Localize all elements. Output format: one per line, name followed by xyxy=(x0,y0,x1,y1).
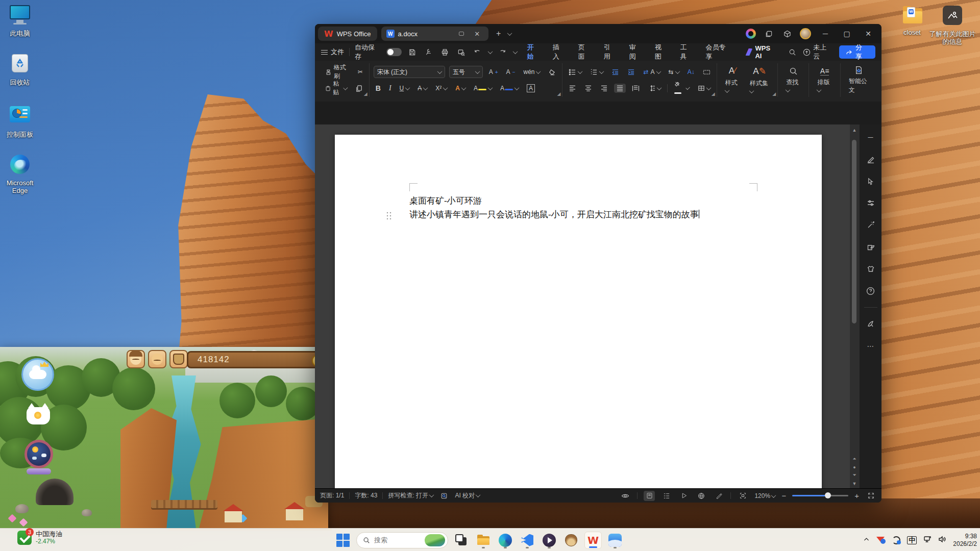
ai-assistant-icon[interactable] xyxy=(746,29,756,39)
paragraph-drag-handle[interactable] xyxy=(386,211,392,219)
styles-launcher-icon[interactable]: ◢ xyxy=(772,91,776,96)
network-icon[interactable] xyxy=(923,536,932,545)
increase-font-button[interactable]: A+ xyxy=(487,67,500,77)
font-color-button[interactable]: A xyxy=(498,83,521,93)
superscript-button[interactable]: X² xyxy=(433,83,449,93)
desktop-icon-control-panel[interactable]: 控制面板 xyxy=(0,104,42,138)
document-canvas[interactable]: 桌面有矿-小可环游 讲述小镇青年遇到一只会说话的地鼠-小可，开启大江南北挖矿找宝… xyxy=(315,124,850,488)
borders-button[interactable] xyxy=(696,84,713,93)
zoom-in-button[interactable]: + xyxy=(854,491,859,500)
numbered-list-button[interactable] xyxy=(588,67,605,77)
docs-app-button[interactable] xyxy=(606,532,624,549)
zoom-slider[interactable] xyxy=(792,495,848,496)
new-tab-button[interactable]: + xyxy=(493,28,505,40)
magic-wand-icon[interactable] xyxy=(865,219,876,231)
volume-icon[interactable] xyxy=(938,536,946,545)
underline-button[interactable]: U xyxy=(398,83,412,93)
text-effect-button[interactable]: A xyxy=(453,83,468,93)
scroll-up-icon[interactable]: ▲ xyxy=(850,128,859,133)
autosave-toggle[interactable] xyxy=(386,48,402,56)
paragraph-launcher-icon[interactable]: ◢ xyxy=(712,91,715,96)
multi-window-icon[interactable] xyxy=(763,28,774,39)
bullet-list-button[interactable] xyxy=(567,67,584,77)
highlight-color-button[interactable]: A xyxy=(472,83,494,93)
align-right-button[interactable] xyxy=(598,84,610,93)
doc-line-2[interactable]: 讲述小镇青年遇到一只会说话的地鼠-小可，开启大江南北挖矿找宝物的故事 xyxy=(409,208,752,221)
game-app-button[interactable] xyxy=(562,532,580,549)
redo-icon[interactable] xyxy=(497,46,508,58)
find-button[interactable]: 查找 xyxy=(782,66,804,95)
bold-button[interactable]: B xyxy=(374,83,383,94)
cut-icon[interactable]: ✂ xyxy=(356,67,365,77)
justify-button[interactable] xyxy=(614,84,626,93)
clipboard-launcher-icon[interactable]: ◢ xyxy=(364,91,368,96)
clear-format-icon[interactable] xyxy=(546,67,558,78)
select-cursor-icon[interactable] xyxy=(865,176,876,187)
print-icon[interactable] xyxy=(439,46,451,58)
eye-protect-icon[interactable] xyxy=(620,491,631,501)
distribute-button[interactable] xyxy=(630,84,642,93)
share-button[interactable]: 分享 xyxy=(839,45,875,59)
card-plant-icon[interactable] xyxy=(865,241,876,253)
desktop-icon-spotlight[interactable]: 了解有关此图片的信息 xyxy=(928,4,977,45)
game-gem-pink[interactable] xyxy=(8,514,17,523)
desktop-icon-recycle-bin[interactable]: 回收站 xyxy=(0,52,42,86)
spellcheck-status[interactable]: 拼写检查: 打开 xyxy=(388,491,433,500)
media-player-button[interactable] xyxy=(541,532,558,549)
style-button[interactable]: A∕ 样式 xyxy=(721,65,744,95)
game-cat-cloud-item[interactable] xyxy=(27,407,50,424)
game-character-button[interactable] xyxy=(127,350,145,368)
export-pdf-icon[interactable] xyxy=(423,46,434,58)
document-page[interactable]: 桌面有矿-小可环游 讲述小镇青年遇到一只会说话的地鼠-小可，开启大江南北挖矿找宝… xyxy=(335,135,822,488)
game-magic-orb[interactable] xyxy=(24,440,53,468)
prev-page-icon[interactable]: ⏶ xyxy=(850,456,859,462)
wps-taskbar-button[interactable]: W xyxy=(584,532,602,549)
game-window[interactable]: 418142 xyxy=(0,347,328,528)
desktop-icon-edge[interactable]: Microsoft Edge xyxy=(0,153,42,194)
tray-expand-chevron-icon[interactable] xyxy=(863,536,870,545)
next-page-icon[interactable]: ⏷ xyxy=(850,472,859,478)
font-launcher-icon[interactable]: ◢ xyxy=(557,91,561,96)
wps-home-button[interactable]: W WPS Office xyxy=(318,27,377,41)
layout-button[interactable]: A≡ 排版 xyxy=(813,66,836,95)
search-icon[interactable] xyxy=(787,46,798,58)
undo-icon[interactable] xyxy=(472,46,483,58)
strikethrough-button[interactable]: A xyxy=(415,83,429,93)
tab-close-icon[interactable]: ✕ xyxy=(471,28,483,40)
document-text[interactable]: 桌面有矿-小可环游 讲述小镇青年遇到一只会说话的地鼠-小可，开启大江南北挖矿找宝… xyxy=(409,194,752,221)
play-view-icon[interactable] xyxy=(678,491,690,501)
copy-icon[interactable] xyxy=(353,83,365,94)
ai-proof[interactable]: AI 校对 xyxy=(455,491,480,500)
ink-pen-icon[interactable] xyxy=(713,491,724,501)
page-view-icon[interactable] xyxy=(644,491,655,501)
game-inventory-button[interactable] xyxy=(169,350,188,368)
character-border-button[interactable]: A xyxy=(525,83,537,94)
font-name-select[interactable]: 宋体 (正文) xyxy=(374,66,445,78)
increase-indent-icon[interactable] xyxy=(625,67,637,77)
align-left-button[interactable] xyxy=(567,84,578,93)
fit-page-icon[interactable] xyxy=(737,491,748,501)
task-view-button[interactable] xyxy=(453,532,470,549)
zoom-level[interactable]: 120% xyxy=(754,492,775,499)
phonetic-guide-button[interactable]: wén xyxy=(521,67,542,77)
decrease-indent-icon[interactable] xyxy=(609,67,621,77)
fullscreen-icon[interactable] xyxy=(865,491,876,501)
wps-ai-button[interactable]: WPS AI xyxy=(745,44,778,60)
game-currency-panel[interactable]: 418142 xyxy=(187,351,321,368)
tab-list-chevron-icon[interactable] xyxy=(507,31,512,36)
vertical-scrollbar[interactable]: ▲ ⏶ ● ⏷ ▼ xyxy=(850,124,859,488)
outline-view-icon[interactable] xyxy=(661,491,672,501)
style-set-button[interactable]: A✎ 样式集 xyxy=(746,65,773,96)
game-sleep-button[interactable] xyxy=(148,350,166,368)
taskbar-clock[interactable]: 9:38 2026/2/2 xyxy=(953,533,977,548)
sync-tray-icon[interactable] xyxy=(892,536,900,544)
page-indicator[interactable]: 页面: 1/1 xyxy=(320,491,344,500)
start-button[interactable] xyxy=(334,532,352,549)
font-size-select[interactable]: 五号 xyxy=(449,66,483,78)
adjust-sliders-icon[interactable] xyxy=(865,197,876,209)
text-frame-icon[interactable] xyxy=(701,67,713,77)
character-scale-button[interactable]: ⇄A xyxy=(641,67,662,77)
edge-button[interactable] xyxy=(497,532,514,549)
undo-chevron-icon[interactable] xyxy=(487,49,493,54)
minimize-button[interactable]: ─ xyxy=(818,30,832,38)
